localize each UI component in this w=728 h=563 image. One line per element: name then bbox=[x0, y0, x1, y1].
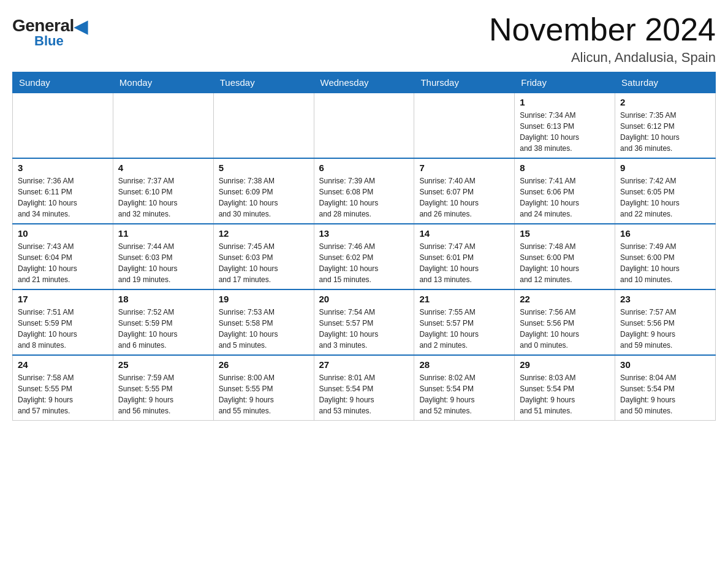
col-header-saturday: Saturday bbox=[615, 72, 716, 93]
calendar-cell: 16Sunrise: 7:49 AM Sunset: 6:00 PM Dayli… bbox=[615, 224, 716, 289]
day-number: 19 bbox=[219, 294, 309, 304]
day-number: 12 bbox=[219, 228, 309, 239]
day-info: Sunrise: 7:56 AM Sunset: 5:56 PM Dayligh… bbox=[520, 307, 610, 351]
day-info: Sunrise: 8:04 AM Sunset: 5:54 PM Dayligh… bbox=[620, 372, 710, 416]
col-header-sunday: Sunday bbox=[13, 72, 113, 93]
day-info: Sunrise: 7:58 AM Sunset: 5:55 PM Dayligh… bbox=[18, 372, 108, 416]
day-number: 11 bbox=[118, 228, 208, 239]
day-info: Sunrise: 8:01 AM Sunset: 5:54 PM Dayligh… bbox=[319, 372, 409, 416]
col-header-wednesday: Wednesday bbox=[314, 72, 414, 93]
col-header-monday: Monday bbox=[113, 72, 213, 93]
day-info: Sunrise: 7:49 AM Sunset: 6:00 PM Dayligh… bbox=[620, 241, 710, 285]
day-info: Sunrise: 7:40 AM Sunset: 6:07 PM Dayligh… bbox=[419, 175, 509, 220]
day-number: 14 bbox=[419, 228, 509, 239]
logo-triangle-icon: ◀ bbox=[74, 17, 88, 37]
calendar-cell: 13Sunrise: 7:46 AM Sunset: 6:02 PM Dayli… bbox=[314, 224, 414, 289]
col-header-friday: Friday bbox=[515, 72, 615, 93]
calendar-cell: 22Sunrise: 7:56 AM Sunset: 5:56 PM Dayli… bbox=[515, 289, 615, 355]
day-info: Sunrise: 7:44 AM Sunset: 6:03 PM Dayligh… bbox=[118, 241, 208, 285]
day-number: 27 bbox=[319, 359, 409, 370]
day-number: 3 bbox=[18, 163, 108, 173]
calendar-week-row: 3Sunrise: 7:36 AM Sunset: 6:11 PM Daylig… bbox=[13, 158, 716, 224]
day-number: 23 bbox=[620, 294, 710, 304]
day-info: Sunrise: 7:42 AM Sunset: 6:05 PM Dayligh… bbox=[620, 175, 710, 220]
calendar-cell: 5Sunrise: 7:38 AM Sunset: 6:09 PM Daylig… bbox=[213, 158, 314, 224]
calendar-week-row: 10Sunrise: 7:43 AM Sunset: 6:04 PM Dayli… bbox=[13, 224, 716, 289]
day-info: Sunrise: 7:54 AM Sunset: 5:57 PM Dayligh… bbox=[319, 307, 409, 351]
day-info: Sunrise: 7:39 AM Sunset: 6:08 PM Dayligh… bbox=[319, 175, 409, 220]
calendar-cell: 19Sunrise: 7:53 AM Sunset: 5:58 PM Dayli… bbox=[213, 289, 314, 355]
calendar-cell bbox=[314, 93, 414, 159]
day-info: Sunrise: 7:35 AM Sunset: 6:12 PM Dayligh… bbox=[620, 110, 710, 154]
day-info: Sunrise: 7:36 AM Sunset: 6:11 PM Dayligh… bbox=[18, 175, 108, 220]
day-info: Sunrise: 7:37 AM Sunset: 6:10 PM Dayligh… bbox=[118, 175, 208, 220]
calendar-cell: 9Sunrise: 7:42 AM Sunset: 6:05 PM Daylig… bbox=[615, 158, 716, 224]
calendar-cell: 26Sunrise: 8:00 AM Sunset: 5:55 PM Dayli… bbox=[213, 355, 314, 421]
day-number: 18 bbox=[118, 294, 208, 304]
page-header: General◀ Blue November 2024 Alicun, Anda… bbox=[12, 12, 716, 66]
day-number: 28 bbox=[419, 359, 509, 370]
calendar-week-row: 17Sunrise: 7:51 AM Sunset: 5:59 PM Dayli… bbox=[13, 289, 716, 355]
day-number: 20 bbox=[319, 294, 409, 304]
logo: General◀ Blue bbox=[12, 12, 87, 49]
day-info: Sunrise: 7:34 AM Sunset: 6:13 PM Dayligh… bbox=[520, 110, 610, 154]
calendar-week-row: 1Sunrise: 7:34 AM Sunset: 6:13 PM Daylig… bbox=[13, 93, 716, 159]
calendar-cell: 1Sunrise: 7:34 AM Sunset: 6:13 PM Daylig… bbox=[515, 93, 615, 159]
calendar-cell: 20Sunrise: 7:54 AM Sunset: 5:57 PM Dayli… bbox=[314, 289, 414, 355]
day-info: Sunrise: 7:43 AM Sunset: 6:04 PM Dayligh… bbox=[18, 241, 108, 285]
day-number: 7 bbox=[419, 163, 509, 173]
day-info: Sunrise: 7:52 AM Sunset: 5:59 PM Dayligh… bbox=[118, 307, 208, 351]
calendar-cell bbox=[213, 93, 314, 159]
calendar-cell bbox=[13, 93, 113, 159]
day-number: 9 bbox=[620, 163, 710, 173]
calendar-cell: 28Sunrise: 8:02 AM Sunset: 5:54 PM Dayli… bbox=[414, 355, 515, 421]
calendar-cell: 8Sunrise: 7:41 AM Sunset: 6:06 PM Daylig… bbox=[515, 158, 615, 224]
day-number: 4 bbox=[118, 163, 208, 173]
day-number: 30 bbox=[620, 359, 710, 370]
day-info: Sunrise: 7:45 AM Sunset: 6:03 PM Dayligh… bbox=[219, 241, 309, 285]
calendar-cell: 17Sunrise: 7:51 AM Sunset: 5:59 PM Dayli… bbox=[13, 289, 113, 355]
calendar-cell: 24Sunrise: 7:58 AM Sunset: 5:55 PM Dayli… bbox=[13, 355, 113, 421]
calendar-cell: 18Sunrise: 7:52 AM Sunset: 5:59 PM Dayli… bbox=[113, 289, 213, 355]
day-number: 17 bbox=[18, 294, 108, 304]
calendar-cell: 21Sunrise: 7:55 AM Sunset: 5:57 PM Dayli… bbox=[414, 289, 515, 355]
calendar-cell: 7Sunrise: 7:40 AM Sunset: 6:07 PM Daylig… bbox=[414, 158, 515, 224]
day-number: 1 bbox=[520, 97, 610, 107]
calendar-cell: 3Sunrise: 7:36 AM Sunset: 6:11 PM Daylig… bbox=[13, 158, 113, 224]
calendar-cell: 11Sunrise: 7:44 AM Sunset: 6:03 PM Dayli… bbox=[113, 224, 213, 289]
calendar-cell: 27Sunrise: 8:01 AM Sunset: 5:54 PM Dayli… bbox=[314, 355, 414, 421]
calendar-cell: 4Sunrise: 7:37 AM Sunset: 6:10 PM Daylig… bbox=[113, 158, 213, 224]
calendar-cell: 25Sunrise: 7:59 AM Sunset: 5:55 PM Dayli… bbox=[113, 355, 213, 421]
col-header-thursday: Thursday bbox=[414, 72, 515, 93]
calendar-table: SundayMondayTuesdayWednesdayThursdayFrid… bbox=[12, 72, 716, 421]
day-number: 21 bbox=[419, 294, 509, 304]
day-info: Sunrise: 7:53 AM Sunset: 5:58 PM Dayligh… bbox=[219, 307, 309, 351]
day-number: 15 bbox=[520, 228, 610, 239]
calendar-cell: 23Sunrise: 7:57 AM Sunset: 5:56 PM Dayli… bbox=[615, 289, 716, 355]
day-number: 16 bbox=[620, 228, 710, 239]
calendar-header-row: SundayMondayTuesdayWednesdayThursdayFrid… bbox=[13, 72, 716, 93]
day-number: 10 bbox=[18, 228, 108, 239]
day-info: Sunrise: 8:00 AM Sunset: 5:55 PM Dayligh… bbox=[219, 372, 309, 416]
day-number: 8 bbox=[520, 163, 610, 173]
day-number: 24 bbox=[18, 359, 108, 370]
calendar-cell: 15Sunrise: 7:48 AM Sunset: 6:00 PM Dayli… bbox=[515, 224, 615, 289]
calendar-cell: 10Sunrise: 7:43 AM Sunset: 6:04 PM Dayli… bbox=[13, 224, 113, 289]
day-number: 2 bbox=[620, 97, 710, 107]
day-number: 5 bbox=[219, 163, 309, 173]
calendar-cell bbox=[113, 93, 213, 159]
day-info: Sunrise: 7:59 AM Sunset: 5:55 PM Dayligh… bbox=[118, 372, 208, 416]
day-number: 22 bbox=[520, 294, 610, 304]
day-number: 6 bbox=[319, 163, 409, 173]
day-info: Sunrise: 7:57 AM Sunset: 5:56 PM Dayligh… bbox=[620, 307, 710, 351]
location-text: Alicun, Andalusia, Spain bbox=[489, 50, 716, 66]
calendar-week-row: 24Sunrise: 7:58 AM Sunset: 5:55 PM Dayli… bbox=[13, 355, 716, 421]
day-info: Sunrise: 8:02 AM Sunset: 5:54 PM Dayligh… bbox=[419, 372, 509, 416]
day-info: Sunrise: 7:38 AM Sunset: 6:09 PM Dayligh… bbox=[219, 175, 309, 220]
calendar-cell: 14Sunrise: 7:47 AM Sunset: 6:01 PM Dayli… bbox=[414, 224, 515, 289]
month-title: November 2024 bbox=[489, 12, 716, 47]
calendar-cell bbox=[414, 93, 515, 159]
col-header-tuesday: Tuesday bbox=[213, 72, 314, 93]
day-number: 25 bbox=[118, 359, 208, 370]
day-info: Sunrise: 7:55 AM Sunset: 5:57 PM Dayligh… bbox=[419, 307, 509, 351]
